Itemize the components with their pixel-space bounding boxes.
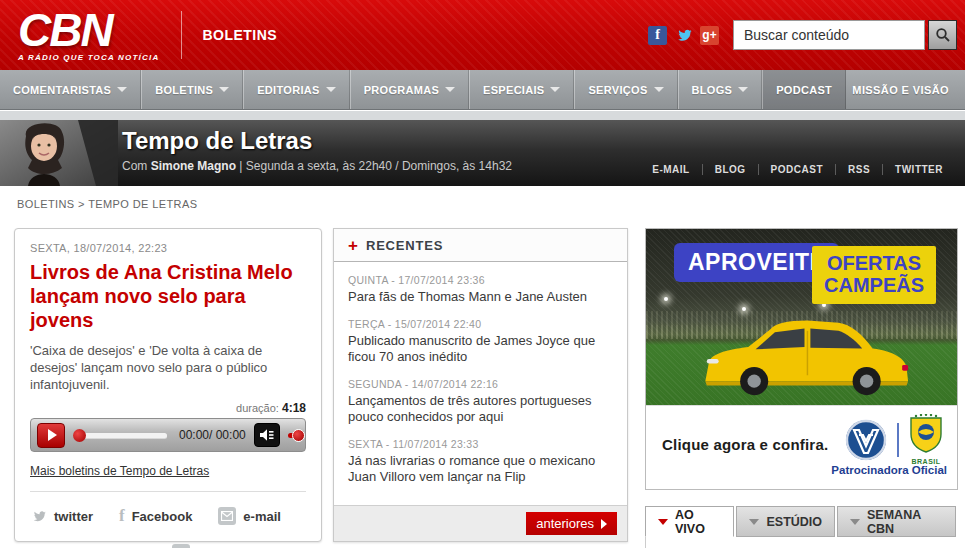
tab-label: SEMANA CBN <box>867 508 943 536</box>
bulletin-summary: 'Caixa de desejos' e 'De volta à caixa d… <box>30 342 306 393</box>
page: CBN A RÁDIO QUE TOCA NOTÍCIA BOLETINS f … <box>0 0 965 548</box>
facebook-icon: f <box>119 506 125 526</box>
subtitle-prefix: Com <box>122 159 151 173</box>
item-title[interactable]: Para fãs de Thomas Mann e Jane Austen <box>348 289 613 305</box>
nav-item-editorias[interactable]: EDITORIAS <box>243 70 349 109</box>
program-link-blog[interactable]: BLOG <box>702 164 758 175</box>
share-facebook[interactable]: f Facebook <box>119 506 192 526</box>
program-links: E-MAIL BLOG PODCAST RSS TWITTER <box>640 164 955 175</box>
item-title[interactable]: Já nas livrarias o romance que o mexican… <box>348 453 613 485</box>
facebook-icon[interactable]: f <box>648 26 667 45</box>
car-image <box>692 313 914 403</box>
googleplus-icon: + <box>172 544 190 548</box>
nav-item-podcast[interactable]: PODCAST <box>762 70 846 109</box>
volume-handle[interactable] <box>292 429 305 442</box>
nav-item-programas[interactable]: PROGRAMAS <box>350 70 469 109</box>
cbn-logo[interactable]: CBN A RÁDIO QUE TOCA NOTÍCIA <box>18 8 159 62</box>
mute-button[interactable] <box>254 423 280 447</box>
item-date: TERÇA - 15/07/2014 22:40 <box>348 318 613 330</box>
nav-item-blogs[interactable]: BLOGS <box>678 70 763 109</box>
chevron-down-icon <box>658 519 668 525</box>
program-subtitle: Com Simone Magno | Segunda a sexta, às 2… <box>122 159 512 173</box>
subtitle-schedule: | Segunda a sexta, às 22h40 / Domingos, … <box>236 159 512 173</box>
share-email[interactable]: e-mail <box>218 507 281 525</box>
nav-label: BOLETINS <box>155 84 213 96</box>
ad-headline-2: OFERTAS CAMPEÃS <box>812 246 936 304</box>
anteriores-button[interactable]: anteriores <box>526 512 617 535</box>
program-link-podcast[interactable]: PODCAST <box>758 164 835 175</box>
tabs-content-area <box>645 537 958 548</box>
nav-item-boletins[interactable]: BOLETINS <box>141 70 243 109</box>
email-icon <box>218 507 236 525</box>
chevron-down-icon <box>445 87 455 92</box>
program-link-twitter[interactable]: TWITTER <box>882 164 955 175</box>
tab-label: AO VIVO <box>675 508 721 536</box>
program-link-email[interactable]: E-MAIL <box>640 164 701 175</box>
nav-item-servicos[interactable]: SERVIÇOS <box>574 70 677 109</box>
share-section: twitter f Facebook e-mail </> Código emb… <box>30 491 306 548</box>
tab-label: ESTÚDIO <box>766 515 822 529</box>
tab-semana-cbn[interactable]: SEMANA CBN <box>837 506 956 537</box>
share-twitter[interactable]: twitter <box>30 508 93 525</box>
list-item[interactable]: QUINTA - 17/07/2014 23:36 Para fãs de Th… <box>348 274 613 305</box>
ad-banner[interactable]: APROVEITE OFERTAS CAMPEÃS <box>645 228 958 490</box>
media-tabs: AO VIVO ESTÚDIO SEMANA CBN <box>645 506 958 537</box>
item-date: SEXTA - 11/07/2014 23:33 <box>348 438 613 450</box>
duration-value: 4:18 <box>282 401 306 415</box>
item-title[interactable]: Publicado manuscrito de James Joyce que … <box>348 333 613 365</box>
play-button[interactable] <box>37 423 65 448</box>
share-googleplus[interactable]: + Google+ <box>172 544 249 548</box>
nav-label: EDITORIAS <box>257 84 319 96</box>
cbf-crest: BRASIL <box>909 414 943 465</box>
program-texts: Tempo de Letras Com Simone Magno | Segun… <box>122 127 512 173</box>
host-name: Simone Magno <box>151 159 236 173</box>
nav-label: ESPECIAIS <box>483 84 544 96</box>
social-links: f g+ <box>648 26 719 45</box>
player-time: 00:00/ 00:00 <box>179 428 246 442</box>
program-header: Tempo de Letras Com Simone Magno | Segun… <box>0 120 965 186</box>
list-item[interactable]: SEXTA - 11/07/2014 23:33 Já nas livraria… <box>348 438 613 485</box>
twitter-icon[interactable] <box>674 26 693 45</box>
list-item[interactable]: SEGUNDA - 14/07/2014 22:16 Lançamentos d… <box>348 378 613 425</box>
ad-bottom: Clique agora e confira. <box>646 405 957 489</box>
program-link-rss[interactable]: RSS <box>835 164 882 175</box>
share-label: Facebook <box>132 509 193 524</box>
vw-logo <box>845 419 887 461</box>
recentes-footer: anteriores <box>334 505 627 541</box>
search-button[interactable] <box>928 20 957 50</box>
sponsor-text: Patrocinadora Oficial <box>831 464 947 476</box>
more-bulletins-link[interactable]: Mais boletins de Tempo de Letras <box>30 464 209 478</box>
item-title[interactable]: Lançamentos de três autores portugueses … <box>348 393 613 425</box>
seek-handle[interactable] <box>73 429 86 442</box>
bulletin-date: SEXTA, 18/07/2014, 22:23 <box>30 242 306 254</box>
bulletin-card: SEXTA, 18/07/2014, 22:23 Livros de Ana C… <box>14 228 322 542</box>
recentes-header: + RECENTES <box>334 229 627 262</box>
search-input[interactable] <box>733 20 925 50</box>
breadcrumb[interactable]: BOLETINS > TEMPO DE LETRAS <box>17 198 197 210</box>
ad-logos: BRASIL <box>845 414 943 465</box>
list-item[interactable]: TERÇA - 15/07/2014 22:40 Publicado manus… <box>348 318 613 365</box>
search-box <box>733 20 957 50</box>
arrow-right-icon <box>601 519 607 529</box>
seek-bar[interactable] <box>75 433 167 438</box>
chevron-down-icon <box>117 87 127 92</box>
chevron-down-icon <box>326 87 336 92</box>
logo-divider <box>897 423 899 457</box>
nav-item-comentaristas[interactable]: COMENTARISTAS <box>0 70 141 109</box>
tab-estudio[interactable]: ESTÚDIO <box>736 506 835 537</box>
host-avatar <box>0 120 118 186</box>
googleplus-icon[interactable]: g+ <box>700 26 719 45</box>
share-embed-code[interactable]: </> Código embed <box>30 545 146 548</box>
nav-missao-e-visao[interactable]: MISSÃO E VISÃO <box>852 70 965 109</box>
volume-bar[interactable] <box>288 433 299 438</box>
anteriores-label: anteriores <box>536 516 594 531</box>
play-icon <box>48 429 57 441</box>
cbn-logo-text: CBN <box>18 8 159 52</box>
tab-ao-vivo[interactable]: AO VIVO <box>645 506 734 537</box>
program-title[interactable]: Tempo de Letras <box>122 127 512 155</box>
item-date: SEGUNDA - 14/07/2014 22:16 <box>348 378 613 390</box>
chevron-down-icon <box>749 519 759 525</box>
nav-item-especiais[interactable]: ESPECIAIS <box>469 70 574 109</box>
ad-cta-text[interactable]: Clique agora e confira. <box>662 436 828 453</box>
bulletin-title[interactable]: Livros de Ana Cristina Melo lançam novo … <box>30 260 306 332</box>
